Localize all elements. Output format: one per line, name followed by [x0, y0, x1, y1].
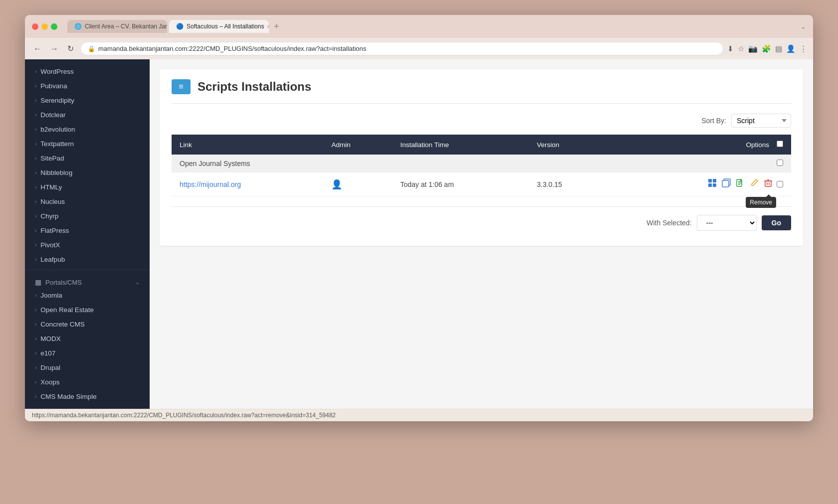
installations-table: Link Admin Installation Time Version Opt…	[172, 135, 791, 196]
col-version: Version	[529, 135, 610, 155]
select-all-checkbox[interactable]	[777, 141, 783, 147]
profile-icon[interactable]: 👤	[786, 44, 796, 53]
chevron-icon: ›	[35, 228, 36, 233]
sidebar-icon[interactable]: ▤	[775, 44, 782, 53]
actions-cell: Remove	[610, 172, 791, 196]
lock-icon: 🔒	[88, 45, 95, 52]
sidebar-item-textpattern[interactable]: › Textpattern	[25, 137, 150, 151]
chevron-icon: ›	[35, 98, 36, 103]
sidebar-item-label: b2evolution	[40, 126, 75, 133]
sidebar-item-label: WordPress	[40, 68, 74, 75]
sidebar-item-sitepad[interactable]: › SitePad	[25, 151, 150, 166]
status-url: https://mamanda.bekantanjantan.com:2222/…	[32, 412, 336, 419]
address-bar[interactable]: 🔒 mamanda.bekantanjantan.com:2222/CMD_PL…	[80, 42, 723, 55]
remove-tooltip-wrapper: Remove	[763, 177, 774, 191]
sidebar-item-serendipity[interactable]: › Serendipity	[25, 93, 150, 108]
sort-select[interactable]: Script Name Date	[731, 114, 791, 128]
backup-button[interactable]	[735, 177, 746, 191]
tab-close-active-icon[interactable]: ✕	[267, 24, 269, 29]
screenshot-icon[interactable]: 📷	[748, 44, 758, 53]
window-controls: ⌄	[801, 23, 806, 30]
sidebar-item-concrete-cms[interactable]: › Concrete CMS	[25, 317, 150, 332]
minimize-button[interactable]	[41, 23, 48, 30]
sidebar-item-nucleus[interactable]: › Nucleus	[25, 194, 150, 209]
forward-button[interactable]: →	[48, 43, 61, 54]
menu-icon[interactable]: ⋮	[800, 44, 807, 53]
svg-rect-10	[765, 181, 771, 186]
group-checkbox[interactable]	[777, 160, 783, 166]
tabs-bar: 🌐 Client Area – CV. Bekantan Jar... ✕ 🔵 …	[67, 20, 796, 33]
edit-button[interactable]	[749, 177, 760, 191]
version-cell: 3.3.0.15	[529, 172, 610, 196]
sidebar-item-modx[interactable]: › MODX	[25, 332, 150, 346]
download-icon[interactable]: ⬇	[727, 44, 734, 53]
sidebar-item-leafpub[interactable]: › Leafpub	[25, 252, 150, 267]
sidebar-item-label: SitePad	[40, 155, 64, 162]
sidebar-item-chyrp[interactable]: › Chyrp	[25, 209, 150, 223]
col-admin: Admin	[323, 135, 392, 155]
sidebar-item-wordpress[interactable]: › WordPress	[25, 64, 150, 79]
browser-navbar: ← → ↻ 🔒 mamanda.bekantanjantan.com:2222/…	[25, 38, 813, 59]
close-button[interactable]	[32, 23, 38, 30]
with-selected-select[interactable]: ---	[697, 215, 757, 231]
sidebar-item-b2evolution[interactable]: › b2evolution	[25, 122, 150, 137]
chevron-icon: ›	[35, 170, 36, 175]
page-title: Scripts Installations	[198, 80, 311, 94]
sidebar-section-portals[interactable]: ▦ Portals/CMS ⌄	[25, 273, 150, 288]
sidebar-item-label: e107	[40, 349, 55, 357]
sidebar-item-htmly[interactable]: › HTMLy	[25, 180, 150, 194]
sidebar-item-joomla[interactable]: › Joomla	[25, 288, 150, 303]
extensions-icon[interactable]: 🧩	[762, 44, 771, 53]
svg-rect-2	[708, 183, 712, 187]
sidebar-item-label: Joomla	[40, 292, 62, 299]
divider	[25, 270, 150, 270]
tab-softaculous[interactable]: 🔵 Softaculous – All Installations ✕	[169, 20, 269, 33]
manage-button[interactable]	[707, 177, 718, 191]
install-link-cell: https://mijournal.org	[172, 172, 323, 196]
clone-button[interactable]	[721, 177, 732, 191]
chevron-icon: ›	[35, 69, 36, 74]
sidebar-item-flatpress[interactable]: › FlatPress	[25, 223, 150, 238]
browser-window: 🌐 Client Area – CV. Bekantan Jar... ✕ 🔵 …	[25, 15, 813, 421]
portals-icon: ▦	[35, 278, 41, 286]
chevron-icon: ›	[35, 394, 36, 399]
sidebar: › WordPress › Pubvana › Serendipity › Do…	[25, 59, 150, 409]
svg-rect-1	[713, 179, 716, 182]
sidebar-item-xoops[interactable]: › Xoops	[25, 375, 150, 389]
install-link[interactable]: https://mijournal.org	[180, 180, 241, 188]
reload-button[interactable]: ↻	[65, 43, 76, 54]
chevron-icon: ›	[35, 156, 36, 161]
tab-client-area[interactable]: 🌐 Client Area – CV. Bekantan Jar... ✕	[67, 20, 167, 33]
sidebar-item-cms-made-simple[interactable]: › CMS Made Simple	[25, 389, 150, 404]
portals-label: Portals/CMS	[45, 279, 82, 286]
chevron-icon: ›	[35, 379, 36, 385]
remove-tooltip: Remove	[746, 197, 776, 208]
traffic-lights	[32, 23, 57, 30]
sidebar-item-nibbleblog[interactable]: › Nibbleblog	[25, 166, 150, 180]
back-button[interactable]: ←	[31, 43, 44, 54]
sidebar-item-label: CMS Made Simple	[40, 393, 97, 400]
sidebar-item-pubvana[interactable]: › Pubvana	[25, 79, 150, 93]
sidebar-item-e107[interactable]: › e107	[25, 346, 150, 360]
new-tab-button[interactable]: +	[271, 21, 282, 32]
sidebar-item-drupal[interactable]: › Drupal	[25, 360, 150, 375]
go-button[interactable]: Go	[762, 215, 791, 230]
tab-label-active: Softaculous – All Installations	[187, 23, 264, 30]
sidebar-item-pivotx[interactable]: › PivotX	[25, 238, 150, 252]
maximize-button[interactable]	[51, 23, 57, 30]
remove-button[interactable]	[763, 177, 774, 191]
sidebar-item-label: MODX	[40, 335, 61, 342]
chevron-icon: ›	[35, 307, 36, 313]
bookmark-icon[interactable]: ☆	[738, 44, 744, 53]
col-link: Link	[172, 135, 323, 155]
bottom-bar: With Selected: --- Go	[172, 206, 791, 231]
chevron-icon: ›	[35, 83, 36, 89]
col-installation-time: Installation Time	[392, 135, 529, 155]
sidebar-item-label: Pubvana	[40, 82, 67, 90]
sidebar-item-dotclear[interactable]: › Dotclear	[25, 108, 150, 122]
chevron-icon: ›	[35, 184, 36, 190]
admin-user-icon: 👤	[331, 179, 342, 189]
sidebar-item-label: Dotclear	[40, 111, 65, 119]
row-checkbox[interactable]	[777, 181, 783, 187]
sidebar-item-open-real-estate[interactable]: › Open Real Estate	[25, 303, 150, 317]
